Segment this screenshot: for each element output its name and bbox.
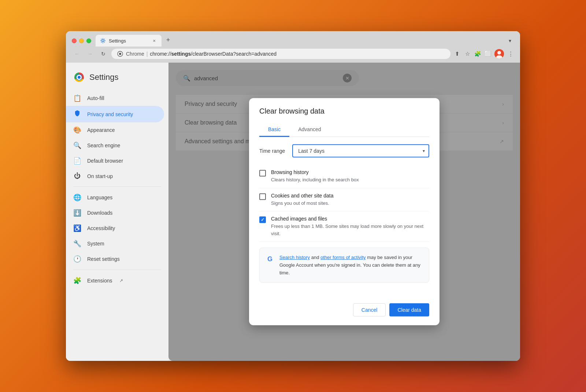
clear-data-button[interactable]: Clear data [389,303,429,317]
system-icon: 🔧 [73,240,81,248]
sidebar-item-downloads[interactable]: ⬇️ Downloads [66,205,164,221]
other-activity-link[interactable]: other forms of activity [320,255,366,260]
dialog-title: Clear browsing data [259,107,429,115]
time-range-select[interactable]: Last hour Last 24 hours Last 7 days Last… [292,144,429,158]
sidebar-label-privacy: Privacy and security [87,111,133,117]
search-history-link[interactable]: Search history [279,255,310,260]
sidebar-item-extensions[interactable]: 🧩 Extensions ↗ [66,273,164,288]
security-icon [117,51,123,57]
tab-end-controls: ▾ [506,36,514,45]
cached-desc: Frees up less than 1 MB. Some sites may … [271,223,429,237]
extensions-sidebar-icon: 🧩 [73,277,81,285]
google-account-info-box: G Search history and other forms of acti… [259,248,429,283]
sidebar-divider [73,186,161,187]
checkbox-browsing-history: Browsing history Clears history, includi… [259,165,429,188]
dialog-footer: Cancel Clear data [249,297,440,325]
sidebar-item-accessibility[interactable]: ♿ Accessibility [66,221,164,236]
address-bar-input[interactable]: Chrome | chrome://settings/clearBrowserD… [111,49,450,59]
sidebar-item-default-browser[interactable]: 📄 Default browser [66,153,164,169]
cookies-label-wrap: Cookies and other site data Signs you ou… [271,192,429,207]
sidebar-item-appearance[interactable]: 🎨 Appearance [66,122,164,138]
more-options-icon[interactable]: ⋮ [507,50,514,58]
title-bar-top: Settings ✕ + ▾ [72,35,514,47]
tab-strip-more[interactable]: ▾ [506,36,514,45]
sidebar-item-languages[interactable]: 🌐 Languages [66,190,164,205]
sidebar-label-system: System [87,241,104,247]
tab-bar: Settings ✕ + ▾ [96,35,514,47]
bookmark-icon[interactable]: ☆ [464,50,471,58]
sidebar-label-extensions: Extensions [87,278,112,284]
sidebar-item-privacy[interactable]: Privacy and security [66,106,164,122]
close-button[interactable] [72,38,77,43]
cached-label-wrap: Cached images and files Frees up less th… [271,216,429,237]
sidebar-label-reset: Reset settings [87,256,120,262]
back-button[interactable]: ← [72,49,82,59]
accessibility-icon: ♿ [73,224,81,232]
main-area: 🔍 advanced ✕ Privacy and security › Clea… [168,63,520,361]
sidebar-title: Settings [89,73,119,82]
startup-icon: ⏻ [73,172,81,180]
minimize-button[interactable] [79,38,84,43]
tab-close-button[interactable]: ✕ [151,38,157,44]
sidebar-toggle-icon[interactable]: ⬜ [484,50,492,58]
checkbox-cookies: Cookies and other site data Signs you ou… [259,188,429,211]
address-chrome-part: Chrome [126,51,144,57]
sidebar-header: Settings [66,69,168,90]
browser-body: Settings 📋 Auto-fill Privacy and securit… [66,63,520,361]
reset-icon: 🕐 [73,255,81,263]
browsing-history-checkbox[interactable] [259,170,266,177]
search-engine-icon: 🔍 [73,141,81,149]
cookies-checkbox[interactable] [259,193,266,200]
time-range-select-wrap[interactable]: Last hour Last 24 hours Last 7 days Last… [292,144,429,158]
settings-tab-title: Settings [109,38,148,44]
extensions-external-icon: ↗ [119,278,123,283]
sidebar-item-system[interactable]: 🔧 System [66,236,164,251]
title-bar: Settings ✕ + ▾ [66,31,520,47]
new-tab-button[interactable]: + [163,35,173,45]
svg-point-2 [119,53,121,55]
browsing-history-title: Browsing history [271,169,429,175]
sidebar-label-search: Search engine [87,143,120,148]
cookies-title: Cookies and other site data [271,192,429,198]
settings-tab-icon [100,38,106,44]
settings-tab[interactable]: Settings ✕ [96,35,162,47]
sidebar-label-autofill: Auto-fill [87,95,104,101]
maximize-button[interactable] [86,38,91,43]
sidebar-item-autofill[interactable]: 📋 Auto-fill [66,90,164,106]
cached-images-checkbox[interactable]: ✓ [259,217,266,223]
share-icon[interactable]: ⬆ [453,50,461,58]
autofill-icon: 📋 [73,94,81,102]
dialog-body: Clear browsing data Basic Advanced Time … [249,98,440,297]
sidebar-item-startup[interactable]: ⏻ On start-up [66,169,164,184]
time-range-row: Time range Last hour Last 24 hours Last … [259,144,429,158]
sidebar-divider-2 [73,270,161,270]
dialog-tabs: Basic Advanced [259,123,429,137]
address-bar: ← → ↻ Chrome | chrome://settings/clearBr… [66,47,520,63]
appearance-icon: 🎨 [73,126,81,134]
clear-browsing-data-dialog: Clear browsing data Basic Advanced Time … [249,98,440,325]
avatar-image [494,49,504,59]
browser-window: Settings ✕ + ▾ ← → ↻ Chrome | chrome://s… [66,31,520,361]
tab-advanced[interactable]: Advanced [289,123,330,137]
sidebar-item-search[interactable]: 🔍 Search engine [66,138,164,153]
time-range-label: Time range [259,148,285,154]
cached-title: Cached images and files [271,216,429,222]
profile-avatar[interactable] [494,49,504,59]
languages-icon: 🌐 [73,193,81,201]
checkbox-cached: ✓ Cached images and files Frees up less … [259,211,429,242]
address-text: Chrome | chrome://settings/clearBrowserD… [126,51,277,57]
sidebar-label-downloads: Downloads [87,210,112,216]
address-actions: ⬆ ☆ 🧩 ⬜ ⋮ [453,49,514,59]
cancel-button[interactable]: Cancel [353,303,386,317]
svg-point-0 [102,40,104,42]
sidebar-item-reset[interactable]: 🕐 Reset settings [66,251,164,267]
forward-button[interactable]: → [85,49,95,59]
svg-point-11 [78,76,81,79]
sidebar-label-languages: Languages [87,195,112,200]
google-g-icon: G [266,255,274,263]
modal-overlay[interactable]: Clear browsing data Basic Advanced Time … [168,63,520,361]
tab-basic[interactable]: Basic [259,123,289,137]
extensions-icon[interactable]: 🧩 [474,50,481,58]
reload-button[interactable]: ↻ [98,49,108,59]
info-text-and: and [311,255,320,260]
